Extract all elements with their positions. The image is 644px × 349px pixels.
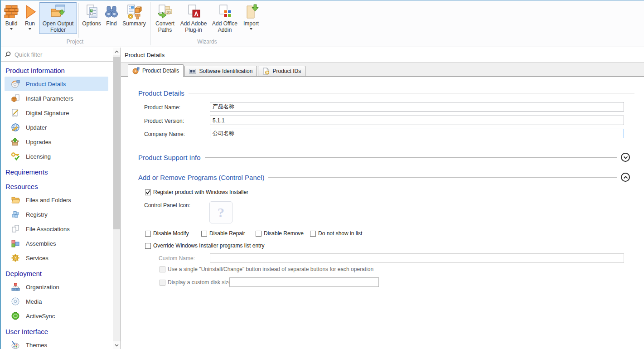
- checkbox-checked[interactable]: [145, 189, 151, 195]
- control-panel-icon-button[interactable]: ?: [209, 201, 232, 223]
- sidebar-item-updater[interactable]: Updater: [5, 120, 108, 135]
- override-programs-list-checkbox[interactable]: Override Windows Installer programs list…: [145, 242, 264, 249]
- sidebar-item-registry[interactable]: Registry: [5, 207, 108, 222]
- sidebar-item-organization[interactable]: Organization: [5, 280, 108, 294]
- tab-product-details[interactable]: Product Details: [128, 64, 184, 77]
- run-label: Run: [25, 20, 35, 27]
- themes-icon: [11, 340, 20, 349]
- sidebar-item-files-and-folders[interactable]: Files and Folders: [5, 193, 108, 207]
- disable-repair-checkbox[interactable]: Disable Repair: [201, 230, 245, 237]
- summary-label: Summary: [122, 20, 145, 27]
- sidebar-heading-user-interface[interactable]: User Interface: [1, 323, 113, 338]
- custom-name-input[interactable]: [210, 253, 624, 263]
- register-product-checkbox[interactable]: Register product with Windows Installer: [145, 189, 248, 195]
- product-support-expand-button[interactable]: [621, 153, 630, 162]
- run-button[interactable]: Run: [21, 2, 39, 31]
- do-not-show-in-list-checkbox[interactable]: Do not show in list: [310, 230, 362, 237]
- add-adobe-plugin-button[interactable]: Add Adobe Plug-in: [178, 2, 209, 34]
- licensing-icon: [11, 152, 20, 161]
- sidebar-item-licensing[interactable]: Licensing: [5, 149, 108, 164]
- quick-filter-bar: [1, 48, 113, 62]
- run-dropdown-arrow-icon[interactable]: [29, 28, 31, 30]
- scroll-up-button[interactable]: [113, 48, 121, 55]
- sidebar-item-upgrades[interactable]: Upgrades: [5, 135, 108, 149]
- arp-collapse-button[interactable]: [621, 173, 630, 182]
- sidebar-heading-resources[interactable]: Resources: [1, 178, 113, 193]
- sidebar-item-services[interactable]: Services: [5, 251, 108, 265]
- sidebar-item-assemblies[interactable]: Assemblies: [5, 236, 108, 251]
- product-name-input[interactable]: [210, 102, 624, 111]
- convert-paths-button[interactable]: (x) Convert Paths: [152, 2, 178, 34]
- build-dropdown-arrow-icon[interactable]: [10, 28, 13, 30]
- tab-content-product-details: Product Details Product Name: Product Ve…: [121, 77, 644, 349]
- checkbox-unchecked[interactable]: [201, 231, 207, 237]
- import-button[interactable]: Import: [240, 2, 262, 31]
- sidebar-item-activesync[interactable]: ActiveSync: [5, 309, 108, 323]
- add-office-addin-button[interactable]: Add Office Addin: [209, 2, 240, 34]
- checkbox-unchecked[interactable]: [310, 231, 316, 237]
- options-icon: [84, 4, 99, 19]
- section-product-details: Product Details: [138, 88, 634, 97]
- chevron-up-icon: [623, 176, 628, 179]
- sidebar-item-label: Organization: [26, 284, 59, 291]
- scrollbar-thumb[interactable]: [113, 57, 120, 229]
- sidebar-item-label: Assemblies: [26, 240, 56, 247]
- ribbon-group-wizards: (x) Convert Paths Add Adobe Plug-in: [151, 1, 263, 47]
- open-output-folder-button[interactable]: Open Output Folder: [39, 2, 77, 34]
- sidebar-item-label: Install Parameters: [26, 95, 73, 102]
- find-icon: [104, 4, 119, 19]
- sidebar-item-product-details[interactable]: Product Details: [5, 77, 108, 91]
- ribbon-group-project: Build Run Open Output Folder: [1, 1, 149, 47]
- sidebar-item-digital-signature[interactable]: Digital Signature: [5, 106, 108, 120]
- sidebar-item-install-parameters[interactable]: Install Parameters: [5, 91, 108, 106]
- sidebar-item-media[interactable]: Media: [5, 294, 108, 309]
- add-office-addin-icon: [217, 4, 232, 19]
- convert-paths-icon: (x): [157, 4, 173, 19]
- summary-button[interactable]: Summary: [120, 2, 148, 28]
- build-button[interactable]: Build: [2, 2, 21, 31]
- checkbox-unchecked[interactable]: [145, 231, 151, 237]
- chevron-up-icon: [115, 50, 119, 53]
- updater-icon: [11, 123, 20, 132]
- control-panel-icon-label: Control Panel Icon:: [144, 202, 190, 208]
- add-office-addin-label: Add Office Addin: [211, 20, 239, 33]
- import-dropdown-arrow-icon[interactable]: [250, 28, 252, 30]
- checkbox-unchecked-disabled[interactable]: [160, 267, 165, 272]
- options-button[interactable]: Options: [80, 2, 103, 28]
- sidebar-heading-requirements[interactable]: Requirements: [1, 164, 113, 178]
- checkbox-unchecked-disabled[interactable]: [160, 280, 165, 286]
- sidebar-item-label: File Associations: [26, 226, 70, 233]
- ribbon-group-separator: [150, 2, 150, 45]
- product-version-input[interactable]: [210, 116, 624, 125]
- sidebar-heading-deployment[interactable]: Deployment: [1, 265, 113, 280]
- section-rule: [189, 93, 634, 93]
- tab-label: Product Details: [142, 68, 179, 74]
- ribbon-group-label-project: Project: [2, 39, 148, 46]
- registry-icon: [11, 210, 20, 219]
- disk-size-input[interactable]: [229, 277, 379, 287]
- custom-name-label: Custom Name:: [159, 255, 195, 262]
- files-and-folders-icon: [11, 195, 20, 204]
- find-button[interactable]: Find: [103, 2, 120, 28]
- single-uninstall-change-checkbox[interactable]: Use a single "Uninstall/Change" button i…: [160, 266, 373, 272]
- sidebar-scrollbar[interactable]: [113, 48, 121, 349]
- tab-label: Product IDs: [272, 68, 301, 74]
- file-associations-icon: [11, 224, 20, 233]
- display-custom-disk-size-checkbox[interactable]: Display a custom disk size:: [160, 279, 233, 286]
- services-icon: [11, 253, 20, 262]
- company-name-input[interactable]: [210, 129, 624, 138]
- quick-filter-input[interactable]: [15, 51, 109, 58]
- tab-product-ids[interactable]: Product IDs: [258, 66, 305, 76]
- sidebar-item-file-associations[interactable]: File Associations: [5, 222, 108, 236]
- checkbox-unchecked[interactable]: [256, 231, 261, 237]
- sidebar-nav: Product Information Product Details Inst…: [1, 62, 113, 349]
- sidebar-item-themes[interactable]: Themes: [5, 338, 108, 349]
- scroll-down-button[interactable]: [113, 341, 121, 349]
- build-label: Build: [5, 20, 18, 27]
- checkbox-unchecked[interactable]: [145, 243, 151, 249]
- disable-modify-checkbox[interactable]: Disable Modify: [145, 230, 189, 237]
- tab-software-identification[interactable]: Software Identification: [184, 66, 257, 76]
- product-details-icon: [11, 79, 20, 88]
- disable-remove-checkbox[interactable]: Disable Remove: [256, 230, 304, 237]
- options-label: Options: [82, 20, 101, 27]
